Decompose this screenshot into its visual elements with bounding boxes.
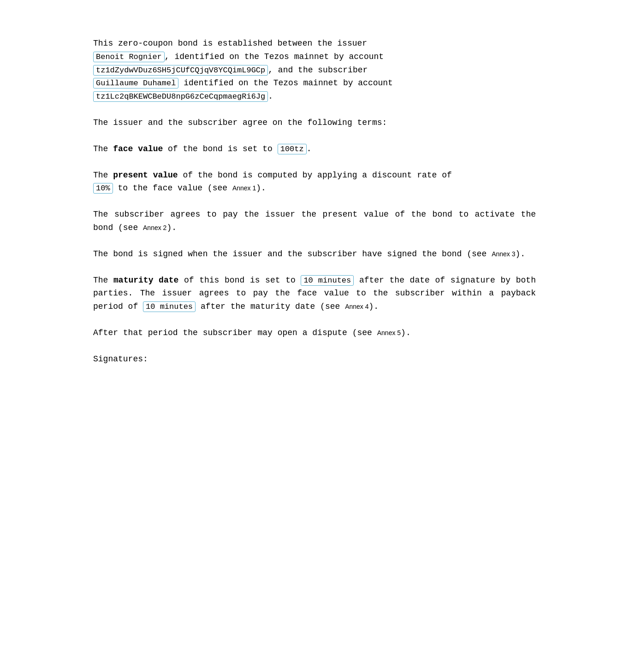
- dispute-text-end: ).: [401, 328, 411, 337]
- present-value-box[interactable]: 10%: [93, 183, 113, 194]
- dispute-paragraph: After that period the subscriber may ope…: [93, 326, 536, 340]
- maturity-text-mid1: of this bond is set to: [184, 276, 296, 285]
- bond-signed-end: ).: [516, 249, 526, 259]
- subscriber-pay-paragraph: The subscriber agrees to pay the issuer …: [93, 208, 536, 235]
- face-value-text-end: .: [307, 144, 312, 153]
- intro-text-before-issuer: This zero-coupon bond is established bet…: [93, 39, 367, 48]
- signatures-section: Signatures:: [93, 353, 536, 366]
- maturity-bold: maturity date: [113, 276, 178, 285]
- bond-signed-paragraph: The bond is signed when the issuer and t…: [93, 248, 536, 261]
- present-value-annex: Annex 1: [232, 184, 256, 192]
- maturity-paragraph: The maturity date of this bond is set to…: [93, 274, 536, 313]
- present-value-bold: present value: [113, 171, 178, 180]
- bond-signed-text: The bond is signed when the issuer and t…: [93, 249, 487, 259]
- present-value-text-mid: to the face value (see: [118, 183, 227, 193]
- face-value-paragraph: The face value of the bond is set to 100…: [93, 142, 536, 156]
- present-value-text-before: The: [93, 171, 108, 180]
- face-value-bold: face value: [113, 144, 163, 153]
- face-value-box[interactable]: 100tz: [278, 144, 307, 154]
- maturity-value2-box[interactable]: 10 minutes: [143, 301, 196, 312]
- maturity-text-mid3: after the maturity date (see: [201, 302, 340, 311]
- present-value-text-end: ).: [256, 183, 266, 193]
- issuer-account-box[interactable]: tz1dZydwVDuz6SH5jCUfCQjqV8YCQimL9GCp: [93, 65, 268, 76]
- present-value-paragraph: The present value of the bond is compute…: [93, 169, 536, 195]
- signatures-label: Signatures:: [93, 354, 148, 364]
- maturity-annex: Annex 4: [345, 303, 368, 310]
- agree-text: The issuer and the subscriber agree on t…: [93, 118, 387, 127]
- maturity-text-before: The: [93, 276, 108, 285]
- maturity-value1-box[interactable]: 10 minutes: [301, 275, 354, 286]
- intro-text-identified2: identified on the Tezos mainnet by accou…: [178, 78, 392, 88]
- subscriber-pay-annex: Annex 2: [143, 224, 166, 231]
- intro-paragraph: This zero-coupon bond is established bet…: [93, 37, 536, 103]
- subscriber-account-box[interactable]: tz1Lc2qBKEWCBeDU8npG6zCeCqpmaegRi6Jg: [93, 91, 268, 102]
- present-value-text-after: of the bond is computed by applying a di…: [183, 171, 451, 180]
- document: This zero-coupon bond is established bet…: [93, 37, 536, 366]
- face-value-text-before: The: [93, 144, 108, 153]
- issuer-name-box[interactable]: Benoit Rognier: [93, 52, 165, 62]
- intro-text-and: , and the subscriber: [268, 65, 368, 75]
- bond-signed-annex: Annex 3: [492, 250, 515, 258]
- subscriber-name-box[interactable]: Guillaume Duhamel: [93, 78, 178, 88]
- intro-text-end: .: [268, 92, 273, 101]
- face-value-text-after: of the bond is set to: [168, 144, 273, 153]
- dispute-text: After that period the subscriber may ope…: [93, 328, 372, 337]
- subscriber-pay-end: ).: [166, 223, 177, 232]
- intro-text-identified1: , identified on the Tezos mainnet by acc…: [165, 52, 384, 61]
- maturity-text-end: ).: [369, 302, 379, 311]
- dispute-annex: Annex 5: [377, 329, 401, 336]
- agree-paragraph: The issuer and the subscriber agree on t…: [93, 116, 536, 130]
